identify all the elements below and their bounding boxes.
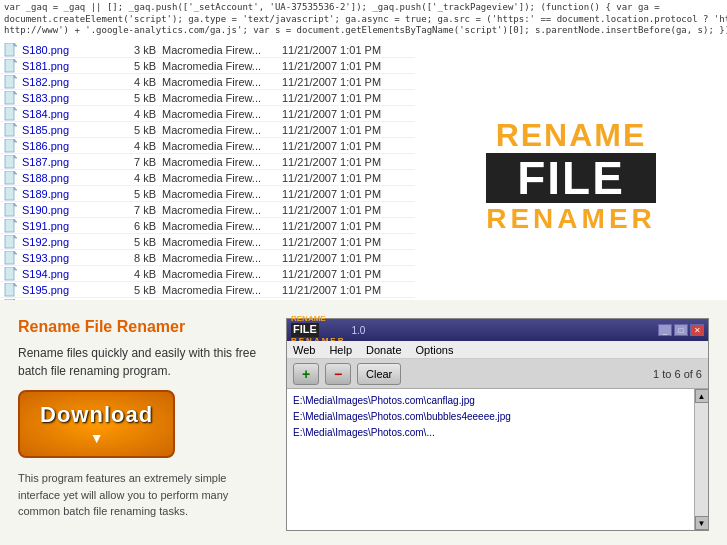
menu-item-donate[interactable]: Donate bbox=[366, 344, 401, 356]
file-name: S193.png bbox=[22, 252, 112, 264]
file-type: Macromedia Firew... bbox=[162, 44, 282, 56]
download-button[interactable]: Download ▼ bbox=[18, 390, 175, 458]
file-name: S192.png bbox=[22, 236, 112, 248]
table-row[interactable]: S189.png5 kBMacromedia Firew...11/21/200… bbox=[0, 186, 415, 202]
file-table: S180.png3 kBMacromedia Firew...11/21/200… bbox=[0, 42, 415, 300]
file-icon bbox=[4, 267, 18, 281]
table-row[interactable]: S184.png4 kBMacromedia Firew...11/21/200… bbox=[0, 106, 415, 122]
file-date: 11/21/2007 1:01 PM bbox=[282, 92, 402, 104]
file-icon bbox=[4, 219, 18, 233]
file-type: Macromedia Firew... bbox=[162, 268, 282, 280]
table-row[interactable]: S190.png7 kBMacromedia Firew...11/21/200… bbox=[0, 202, 415, 218]
table-row[interactable]: S188.png4 kBMacromedia Firew...11/21/200… bbox=[0, 170, 415, 186]
file-name: S184.png bbox=[22, 108, 112, 120]
clear-button[interactable]: Clear bbox=[357, 363, 401, 385]
app-logo-file: FILE bbox=[293, 323, 317, 335]
close-button[interactable]: ✕ bbox=[690, 324, 704, 336]
minimize-button[interactable]: _ bbox=[658, 324, 672, 336]
table-row[interactable]: S185.png5 kBMacromedia Firew...11/21/200… bbox=[0, 122, 415, 138]
app-filelist[interactable]: E:\Media\Images\Photos.com\canflag.jpgE:… bbox=[287, 389, 694, 530]
svg-rect-30 bbox=[5, 203, 14, 216]
file-type: Macromedia Firew... bbox=[162, 156, 282, 168]
page-indicator: 1 to 6 of 6 bbox=[653, 368, 702, 380]
file-icon bbox=[4, 75, 18, 89]
app-titlebar: RENAME FILE RENAMER 1.0 _ □ ✕ bbox=[287, 319, 708, 341]
app-file-entry: E:\Media\Images\Photos.com\canflag.jpg bbox=[291, 393, 690, 409]
file-icon bbox=[4, 203, 18, 217]
table-row[interactable]: S180.png3 kBMacromedia Firew...11/21/200… bbox=[0, 42, 415, 58]
app-toolbar: + − Clear 1 to 6 of 6 bbox=[287, 359, 708, 389]
file-name: S195.png bbox=[22, 284, 112, 296]
logo-area: RENAME FILE RENAMER bbox=[415, 0, 727, 300]
table-row[interactable]: S196.png6 kBMacromedia Firew...11/21/200… bbox=[0, 298, 415, 300]
file-date: 11/21/2007 1:01 PM bbox=[282, 172, 402, 184]
menu-item-help[interactable]: Help bbox=[329, 344, 352, 356]
remove-files-button[interactable]: − bbox=[325, 363, 351, 385]
file-icon bbox=[4, 139, 18, 153]
file-type: Macromedia Firew... bbox=[162, 60, 282, 72]
file-name: S196.png bbox=[22, 300, 112, 301]
table-row[interactable]: S182.png4 kBMacromedia Firew...11/21/200… bbox=[0, 74, 415, 90]
file-name: S189.png bbox=[22, 188, 112, 200]
table-row[interactable]: S183.png5 kBMacromedia Firew...11/21/200… bbox=[0, 90, 415, 106]
file-icon bbox=[4, 155, 18, 169]
file-size: 5 kB bbox=[112, 236, 162, 248]
add-files-button[interactable]: + bbox=[293, 363, 319, 385]
table-row[interactable]: S192.png5 kBMacromedia Firew...11/21/200… bbox=[0, 234, 415, 250]
table-row[interactable]: S191.png6 kBMacromedia Firew...11/21/200… bbox=[0, 218, 415, 234]
maximize-button[interactable]: □ bbox=[674, 324, 688, 336]
file-size: 4 kB bbox=[112, 108, 162, 120]
file-date: 11/21/2007 1:01 PM bbox=[282, 156, 402, 168]
scroll-up-arrow[interactable]: ▲ bbox=[695, 389, 709, 403]
file-icon bbox=[4, 123, 18, 137]
table-row[interactable]: S193.png8 kBMacromedia Firew...11/21/200… bbox=[0, 250, 415, 266]
svg-rect-9 bbox=[5, 91, 14, 104]
file-size: 5 kB bbox=[112, 188, 162, 200]
file-name: S182.png bbox=[22, 76, 112, 88]
app-titlebar-buttons: _ □ ✕ bbox=[658, 324, 704, 336]
file-type: Macromedia Firew... bbox=[162, 76, 282, 88]
file-icon bbox=[4, 171, 18, 185]
svg-marker-1 bbox=[14, 43, 17, 46]
file-name: S183.png bbox=[22, 92, 112, 104]
scroll-down-arrow[interactable]: ▼ bbox=[695, 516, 709, 530]
logo-file-bg: FILE bbox=[486, 153, 656, 203]
file-name: S181.png bbox=[22, 60, 112, 72]
svg-rect-0 bbox=[5, 43, 14, 56]
file-icon bbox=[4, 299, 18, 301]
svg-rect-18 bbox=[5, 139, 14, 152]
file-name: S186.png bbox=[22, 140, 112, 152]
app-menubar: WebHelpDonateOptions bbox=[287, 341, 708, 359]
svg-rect-45 bbox=[5, 283, 14, 296]
file-size: 5 kB bbox=[112, 284, 162, 296]
file-type: Macromedia Firew... bbox=[162, 188, 282, 200]
table-row[interactable]: S186.png4 kBMacromedia Firew...11/21/200… bbox=[0, 138, 415, 154]
file-type: Macromedia Firew... bbox=[162, 124, 282, 136]
file-size: 5 kB bbox=[112, 124, 162, 136]
menu-item-web[interactable]: Web bbox=[293, 344, 315, 356]
file-date: 11/21/2007 1:01 PM bbox=[282, 284, 402, 296]
table-row[interactable]: S181.png5 kBMacromedia Firew...11/21/200… bbox=[0, 58, 415, 74]
svg-rect-36 bbox=[5, 235, 14, 248]
file-name: S191.png bbox=[22, 220, 112, 232]
table-row[interactable]: S194.png4 kBMacromedia Firew...11/21/200… bbox=[0, 266, 415, 282]
app-filelist-row: E:\Media\Images\Photos.com\canflag.jpgE:… bbox=[287, 389, 708, 530]
file-size: 4 kB bbox=[112, 268, 162, 280]
table-row[interactable]: S195.png5 kBMacromedia Firew...11/21/200… bbox=[0, 282, 415, 298]
svg-marker-16 bbox=[14, 123, 17, 126]
svg-marker-25 bbox=[14, 171, 17, 174]
menu-item-options[interactable]: Options bbox=[416, 344, 454, 356]
svg-marker-7 bbox=[14, 75, 17, 78]
bottom-section: Rename File Renamer Rename files quickly… bbox=[0, 300, 727, 545]
code-banner: var _gaq = _gaq || []; _gaq.push(['_setA… bbox=[0, 0, 727, 42]
section-description: Rename files quickly and easily with thi… bbox=[18, 344, 268, 380]
file-type: Macromedia Firew... bbox=[162, 284, 282, 296]
logo-box: RENAME FILE RENAMER bbox=[486, 119, 656, 233]
svg-marker-19 bbox=[14, 139, 17, 142]
scrollbar[interactable]: ▲ ▼ bbox=[694, 389, 708, 530]
table-row[interactable]: S187.png7 kBMacromedia Firew...11/21/200… bbox=[0, 154, 415, 170]
svg-rect-21 bbox=[5, 155, 14, 168]
file-icon bbox=[4, 251, 18, 265]
file-icon bbox=[4, 91, 18, 105]
file-date: 11/21/2007 1:01 PM bbox=[282, 108, 402, 120]
